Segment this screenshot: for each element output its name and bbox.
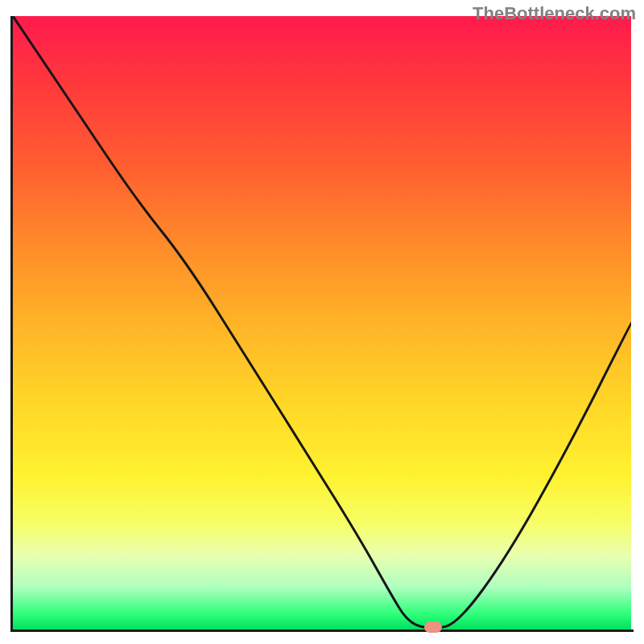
x-axis	[10, 630, 634, 632]
attribution-watermark: TheBottleneck.com	[473, 3, 636, 24]
curve-svg	[13, 16, 631, 630]
bottleneck-chart: TheBottleneck.com	[0, 0, 644, 644]
optimal-point-marker	[424, 621, 442, 633]
bottleneck-curve-path	[13, 16, 631, 628]
